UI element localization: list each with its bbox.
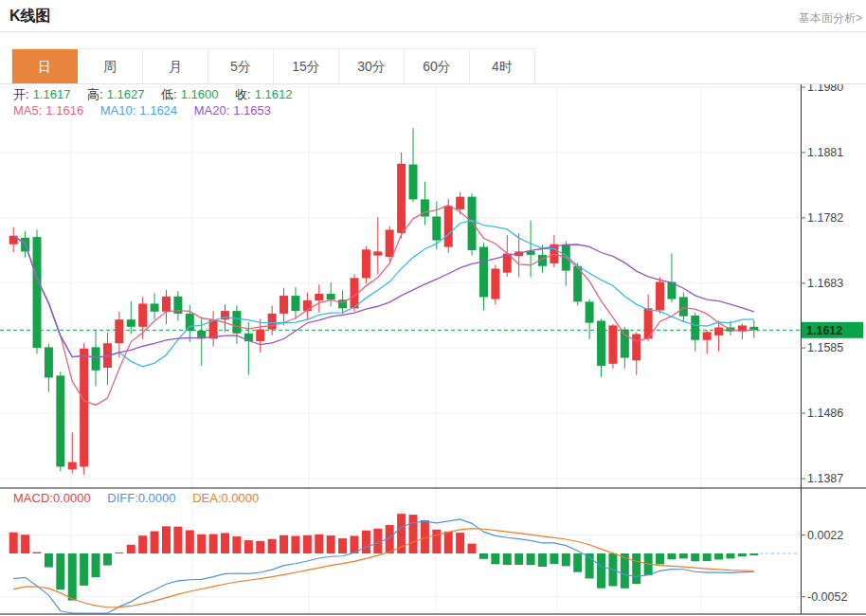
candle-body — [186, 314, 194, 331]
candle-body — [479, 247, 488, 298]
close-label: 收: — [235, 87, 251, 101]
candle-body — [691, 316, 699, 340]
macd-bar — [703, 553, 712, 561]
macd-bar — [244, 540, 253, 553]
title-divider — [0, 31, 866, 32]
price-axis-label: 1.1486 — [807, 407, 843, 420]
macd-bar — [338, 538, 347, 553]
macd-bar — [127, 545, 135, 553]
macd-bar — [550, 553, 558, 564]
high-label: 高: — [87, 87, 103, 101]
tab-5分[interactable]: 5分 — [208, 49, 274, 84]
macd-bar — [68, 553, 77, 601]
macd-bar — [456, 533, 464, 553]
macd-bar — [632, 553, 640, 584]
ma10-label: MA10: — [100, 103, 136, 118]
ma-info-row: MA5:1.1616 MA10:1.1624 MA20:1.1653 — [13, 103, 275, 118]
candle-body — [127, 319, 135, 327]
macd-bar — [291, 536, 299, 553]
tab-日[interactable]: 日 — [12, 49, 78, 84]
candle-body — [45, 347, 53, 377]
macd-bar — [33, 553, 42, 553]
macd-bar — [151, 532, 159, 553]
ma5-value: 1.1616 — [45, 103, 83, 118]
candle-body — [373, 251, 382, 255]
macd-bar — [738, 553, 747, 556]
macd-bar — [103, 553, 112, 566]
tab-30分[interactable]: 30分 — [339, 49, 405, 84]
macd-bar — [444, 532, 453, 553]
fundamental-analysis-link[interactable]: 基本面分析> — [799, 10, 862, 27]
macd-bar — [162, 526, 171, 553]
ohlc-info-row: 开:1.1617 高:1.1627 低:1.1600 收:1.1612 — [13, 86, 296, 103]
macd-info-row: MACD:0.0000 DIFF:0.0000 DEA:0.0000 — [13, 491, 262, 505]
candle-body — [432, 217, 441, 241]
candle-body — [315, 294, 323, 300]
macd-bar — [749, 553, 758, 555]
diff-line — [13, 519, 754, 613]
candle-body — [232, 311, 241, 334]
macd-bar — [92, 553, 100, 577]
candle-body — [703, 332, 712, 339]
macd-bar — [303, 535, 312, 553]
candle-body — [291, 296, 299, 311]
open-value: 1.1617 — [33, 87, 71, 101]
macd-bar — [21, 534, 29, 553]
candle-body — [138, 303, 147, 326]
tab-60分[interactable]: 60分 — [405, 49, 470, 84]
macd-bar — [691, 553, 699, 561]
macd-bar — [280, 535, 288, 553]
price-axis-label: 1.1585 — [807, 341, 843, 354]
candle-body — [632, 334, 640, 360]
macd-value: 0.0000 — [53, 491, 91, 505]
macd-bar — [315, 534, 323, 553]
candle-body — [409, 164, 418, 199]
candle-body — [280, 296, 288, 314]
candle-body — [268, 314, 277, 330]
macd-bar — [232, 536, 241, 553]
tab-4时[interactable]: 4时 — [470, 49, 535, 84]
candle-body — [656, 281, 664, 310]
macd-bar — [597, 553, 605, 589]
low-value: 1.1600 — [181, 87, 219, 101]
candle-body — [597, 321, 605, 366]
macd-bar — [186, 530, 194, 553]
macd-bar — [409, 515, 418, 553]
tab-15分[interactable]: 15分 — [274, 49, 339, 84]
tab-周[interactable]: 周 — [78, 49, 143, 84]
macd-axis-label: 0.0022 — [807, 529, 843, 542]
candle-body — [362, 249, 370, 278]
open-label: 开: — [13, 87, 29, 101]
macd-bar — [538, 553, 547, 567]
price-axis-label: 1.1881 — [807, 146, 843, 159]
price-axis-label: 1.1980 — [807, 84, 843, 94]
candle-body — [209, 319, 218, 338]
macd-bar — [479, 553, 488, 559]
candle-body — [92, 347, 100, 370]
macd-bar — [503, 553, 512, 565]
macd-bar — [656, 553, 664, 564]
macd-bar — [138, 535, 147, 553]
candle-body — [115, 319, 123, 343]
candle-body — [151, 303, 159, 311]
macd-bar — [373, 529, 382, 553]
ma5-line — [13, 206, 754, 406]
candle-body — [679, 297, 688, 316]
candle-body — [33, 237, 42, 348]
current-price-tag-text: 1.1612 — [806, 324, 842, 337]
macd-bar — [197, 534, 206, 553]
candle-body — [608, 325, 617, 363]
candle-body — [256, 330, 264, 342]
price-axis-label: 1.1387 — [807, 472, 843, 485]
candle-body — [162, 297, 171, 312]
macd-bar — [327, 535, 335, 553]
macd-bar — [256, 541, 264, 553]
diff-value: 0.0000 — [138, 491, 176, 505]
macd-bar — [362, 531, 370, 553]
candle-body — [586, 301, 594, 322]
macd-bar — [209, 534, 218, 553]
macd-bar — [56, 553, 64, 589]
macd-bar — [527, 553, 535, 565]
tab-月[interactable]: 月 — [143, 49, 208, 84]
kline-chart-canvas[interactable]: 1.19801.18811.17821.16831.15851.14861.13… — [0, 84, 866, 616]
